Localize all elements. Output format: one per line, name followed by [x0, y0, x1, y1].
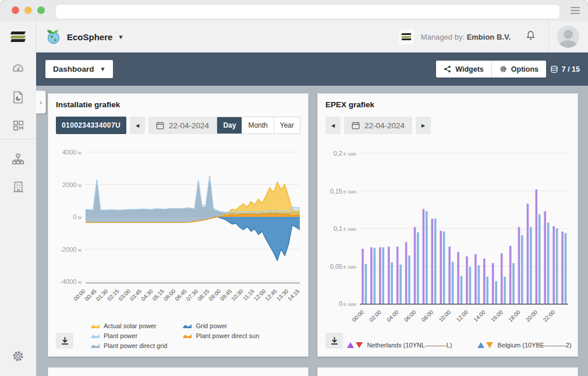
header-right: Managed by: Embion B.V.: [399, 21, 588, 52]
dashboard-chevron-down-icon: ▼: [100, 66, 106, 72]
svg-text:0,1 € / kWh: 0,1 € / kWh: [334, 225, 357, 232]
header-divider: [548, 21, 549, 52]
building-icon: [12, 180, 25, 194]
embion-logo-button[interactable]: [0, 21, 37, 52]
installatie-chart: 4000 W2000 W0 W-2000 W-4000 W00:0000:450…: [53, 142, 303, 319]
installatie-controls: 0100234334007U ◀ 22-04-2024 ▶ Day Month …: [56, 117, 300, 134]
sidebar-divider: [0, 139, 36, 139]
dashboard-content: › Installatie grafiek 0100234334007U ◀ 2…: [36, 86, 588, 376]
min-marker-icon: [486, 342, 493, 348]
svg-text:0,2 € / kWh: 0,2 € / kWh: [334, 150, 357, 157]
sidebar-item-sitemap[interactable]: [9, 150, 27, 168]
date-prev-button[interactable]: ◀: [325, 117, 341, 134]
dashboard-selector-label: Dashboard: [53, 65, 94, 73]
legend-item[interactable]: Actual solar power: [90, 321, 167, 331]
report-document-icon: [12, 90, 24, 104]
options-button[interactable]: Options: [491, 61, 546, 78]
download-button[interactable]: [56, 333, 73, 349]
legend-item[interactable]: Belgium (10YBE----------2): [477, 342, 571, 349]
sidebar-expand-handle[interactable]: ›: [36, 90, 46, 114]
legend-item[interactable]: Plant power: [90, 331, 167, 340]
svg-text:00:00: 00:00: [72, 288, 87, 303]
options-gear-icon: [500, 65, 507, 73]
calendar-icon: [156, 121, 164, 129]
installation-serial-badge[interactable]: 0100234334007U: [56, 117, 126, 134]
browser-menu-icon[interactable]: [571, 7, 580, 14]
area-marker-icon: [90, 332, 100, 339]
area-marker-icon: [182, 332, 192, 339]
brand-menu[interactable]: EcoSphere ▼: [45, 21, 123, 52]
legend-item[interactable]: Plant power direct grid: [90, 340, 167, 350]
date-next-button[interactable]: ▶: [416, 117, 431, 134]
svg-text:09:00: 09:00: [207, 288, 222, 303]
installatie-chart-svg: 4000 W2000 W0 W-2000 W-4000 W00:0000:450…: [53, 142, 303, 317]
svg-text:0,05 € / kWh: 0,05 € / kWh: [330, 263, 357, 270]
legend-item[interactable]: Plant power direct sun: [182, 331, 259, 340]
epex-chart: 0,2 € / kWh0,15 € / kWh0,1 € / kWh0,05 €…: [323, 142, 573, 336]
epex-legend: Netherlands (10YNL----------L)Belgium (1…: [341, 342, 578, 349]
user-avatar[interactable]: [557, 26, 579, 48]
gauge-icon: [11, 62, 25, 76]
svg-text:12:45: 12:45: [264, 288, 278, 303]
svg-text:06:45: 06:45: [173, 288, 188, 303]
epex-controls: ◀ 22-04-2024 ▶: [325, 117, 570, 134]
dashboard-navbar: Dashboard ▼ Widgets Options: [36, 52, 588, 86]
layers-stack-icon: [550, 65, 558, 73]
svg-text:-2000 W: -2000 W: [60, 246, 82, 253]
browser-chrome: [0, 0, 588, 22]
app-header: EcoSphere ▼ Managed by: Embion B.V.: [0, 21, 588, 53]
navbar-button-group: Widgets Options: [436, 61, 546, 78]
tab-year[interactable]: Year: [274, 117, 300, 133]
sidebar-item-settings[interactable]: [9, 347, 27, 366]
svg-text:11:15: 11:15: [242, 288, 256, 302]
minimize-button[interactable]: [24, 6, 32, 14]
max-marker-icon: [347, 342, 354, 348]
legend-item[interactable]: Grid power: [182, 321, 259, 331]
zoom-button[interactable]: [37, 6, 45, 14]
sidebar-item-dashboard[interactable]: [9, 59, 27, 78]
svg-text:14:15: 14:15: [286, 288, 301, 303]
date-prev-button[interactable]: ◀: [130, 117, 145, 134]
svg-text:14:00: 14:00: [472, 309, 487, 324]
dashboard-selector[interactable]: Dashboard ▼: [45, 60, 113, 78]
date-picker-button[interactable]: 22-04-2024: [148, 117, 217, 134]
epex-chart-svg: 0,2 € / kWh0,15 € / kWh0,1 € / kWh0,05 €…: [323, 142, 573, 334]
svg-text:08:00: 08:00: [420, 309, 435, 324]
svg-text:0,15 € / kWh: 0,15 € / kWh: [330, 188, 357, 195]
svg-text:02:00: 02:00: [368, 309, 382, 324]
svg-text:-4000 W: -4000 W: [60, 278, 82, 285]
tab-month[interactable]: Month: [242, 117, 273, 133]
svg-text:03:00: 03:00: [117, 288, 132, 303]
brand-chevron-down-icon: ▼: [118, 34, 123, 40]
panel-title: Installatie grafiek: [56, 100, 120, 109]
installatie-grafiek-panel: Installatie grafiek 0100234334007U ◀ 22-…: [48, 93, 309, 357]
notifications-bell-icon[interactable]: [525, 30, 537, 44]
sidebar-item-buildings[interactable]: [9, 177, 27, 196]
embion-logo-icon: [11, 31, 25, 42]
widgets-button[interactable]: Widgets: [436, 61, 491, 78]
svg-text:16:00: 16:00: [490, 309, 504, 324]
close-button[interactable]: [12, 6, 19, 14]
svg-text:2000 W: 2000 W: [62, 181, 82, 188]
tab-day[interactable]: Day: [217, 117, 242, 133]
svg-text:12:00: 12:00: [253, 288, 267, 303]
date-value: 22-04-2024: [364, 121, 405, 130]
svg-text:10:00: 10:00: [437, 309, 452, 324]
sidebar-item-widgets[interactable]: [9, 116, 27, 135]
widget-count-label: 7 / 15: [562, 65, 580, 73]
panel-title: EPEX grafiek: [325, 100, 374, 109]
date-picker-button[interactable]: 22-04-2024: [344, 117, 412, 134]
embion-mini-logo-icon: [399, 29, 414, 44]
download-button[interactable]: [325, 333, 343, 349]
legend-item[interactable]: Netherlands (10YNL----------L): [347, 342, 452, 349]
epex-grafiek-panel: EPEX grafiek ◀ 22-04-2024 ▶ 0,2 € / kWh0…: [317, 93, 578, 357]
widgets-grid-icon: [12, 119, 25, 132]
calendar-icon: [352, 121, 360, 129]
sidebar-item-reports[interactable]: [9, 88, 27, 107]
svg-text:07:30: 07:30: [185, 288, 200, 303]
svg-text:02:15: 02:15: [106, 288, 121, 303]
svg-text:06:00: 06:00: [162, 288, 177, 303]
svg-text:04:00: 04:00: [385, 309, 400, 324]
svg-text:05:15: 05:15: [151, 288, 165, 303]
url-bar[interactable]: [55, 4, 560, 19]
